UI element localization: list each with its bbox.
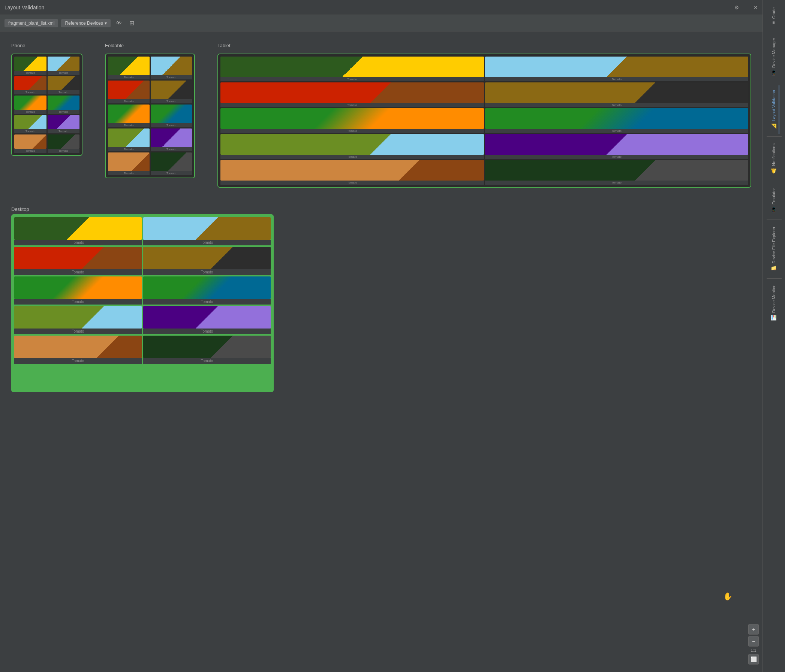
item-label: Tomato	[151, 75, 192, 80]
table-row: Tomato Tomato	[14, 134, 80, 153]
list-item: Tomato	[14, 336, 142, 364]
table-row: Tomato Tomato	[14, 217, 271, 245]
tablet-section: Tablet Tomato Tomato	[217, 43, 751, 188]
device-manager-icon: 📱	[771, 70, 776, 76]
tablet-label: Tablet	[217, 43, 751, 48]
table-row: Tomato Tomato	[108, 153, 192, 175]
list-item: Tomato	[14, 276, 142, 304]
list-item: Tomato	[220, 83, 484, 107]
list-item: Tomato	[485, 134, 749, 159]
list-item: Tomato	[143, 217, 271, 245]
sidebar-item-emulator[interactable]: 📱 Emulator	[768, 184, 779, 217]
plant-image	[108, 153, 150, 171]
plant-image	[220, 108, 484, 129]
list-item: Tomato	[220, 56, 484, 81]
plant-image	[108, 104, 150, 123]
list-item: Tomato	[14, 76, 47, 94]
item-label: Tomato	[485, 77, 749, 81]
close-icon[interactable]: ✕	[754, 5, 758, 11]
plant-image	[220, 83, 484, 103]
file-label[interactable]: fragment_plant_list.xml	[5, 19, 58, 27]
item-label: Tomato	[108, 75, 150, 80]
item-label: Tomato	[14, 110, 47, 114]
desktop-section: Desktop Tomato Tomato	[11, 206, 751, 392]
split-icon[interactable]: ⊞	[127, 18, 136, 28]
sidebar-divider	[767, 31, 782, 31]
list-item: Tomato	[48, 134, 80, 153]
plant-image	[220, 160, 484, 181]
list-item: Tomato	[14, 95, 47, 114]
sidebar-item-layout-validation[interactable]: 📐 Layout Validation	[768, 86, 779, 134]
list-item: Tomato	[14, 115, 47, 133]
zoom-controls: ✋ + − 1:1 ⬜	[748, 624, 759, 664]
sidebar-item-device-manager-label: Device Manager	[771, 38, 776, 68]
sidebar-item-device-file-explorer[interactable]: 📁 Device File Explorer	[768, 222, 779, 276]
screenshot-button[interactable]: ⬜	[748, 654, 759, 664]
eye-icon[interactable]: 👁	[114, 18, 124, 28]
foldable-section: Foldable Tomato Tomato	[105, 43, 202, 188]
item-label: Tomato	[151, 99, 192, 103]
top-device-row: Phone Tomato Tomato	[11, 43, 751, 188]
sidebar-item-device-monitor[interactable]: 📊 Device Monitor	[768, 281, 779, 326]
zoom-out-button[interactable]: −	[748, 636, 759, 647]
plant-image	[14, 134, 47, 149]
sidebar-item-layout-validation-label: Layout Validation	[771, 90, 776, 122]
item-label: Tomato	[485, 181, 749, 185]
item-label: Tomato	[48, 110, 80, 114]
sidebar-divider	[767, 181, 782, 181]
table-row: Tomato Tomato	[220, 108, 748, 133]
plant-image	[151, 56, 192, 75]
table-row: Tomato Tomato	[220, 56, 748, 81]
list-item: Tomato	[151, 153, 192, 175]
plant-image	[485, 83, 749, 103]
item-label: Tomato	[151, 123, 192, 127]
desktop-list: Tomato Tomato Tomato Tomato	[14, 217, 271, 389]
list-item: Tomato	[151, 128, 192, 151]
layout-validation-icon: 📐	[771, 124, 776, 129]
item-label: Tomato	[14, 149, 47, 153]
sidebar-item-device-file-explorer-label: Device File Explorer	[771, 227, 776, 263]
table-row: Tomato Tomato	[108, 104, 192, 127]
sidebar-item-notifications-label: Notifications	[771, 143, 776, 166]
item-label: Tomato	[48, 71, 80, 75]
item-label: Tomato	[143, 269, 271, 275]
plant-image	[151, 81, 192, 99]
item-label: Tomato	[14, 358, 142, 364]
list-item: Tomato	[14, 134, 47, 153]
sidebar-item-device-manager[interactable]: 📱 Device Manager	[768, 33, 779, 81]
list-item: Tomato	[108, 104, 150, 127]
plant-image	[14, 306, 142, 329]
item-label: Tomato	[48, 129, 80, 133]
list-item: Tomato	[48, 76, 80, 94]
sidebar-item-notifications[interactable]: 🔔 Notifications	[768, 139, 779, 179]
plant-image	[14, 247, 142, 269]
sidebar-divider	[767, 220, 782, 220]
hand-tool-icon[interactable]: ✋	[723, 592, 732, 601]
table-row: Tomato Tomato	[14, 115, 80, 133]
title-bar: Layout Validation ⚙ — ✕	[0, 0, 763, 15]
item-label: Tomato	[48, 149, 80, 153]
plant-image	[485, 160, 749, 181]
settings-icon[interactable]: ⚙	[734, 5, 739, 11]
plant-image	[14, 95, 47, 110]
list-item: Tomato	[220, 160, 484, 185]
plant-image	[143, 247, 271, 269]
device-file-explorer-icon: 📁	[771, 265, 776, 271]
minimize-icon[interactable]: —	[744, 5, 749, 11]
table-row: Tomato Tomato	[220, 83, 748, 107]
table-row: Tomato Tomato	[108, 56, 192, 80]
plant-image	[14, 217, 142, 240]
sidebar-divider	[767, 83, 782, 83]
plant-image	[14, 115, 47, 129]
list-item: Tomato	[143, 306, 271, 334]
sidebar-divider	[767, 278, 782, 279]
reference-devices-dropdown[interactable]: Reference Devices ▾	[61, 19, 110, 27]
plant-image	[108, 56, 150, 75]
item-label: Tomato	[220, 181, 484, 185]
list-item: Tomato	[143, 336, 271, 364]
table-row: Tomato Tomato	[220, 160, 748, 185]
zoom-in-button[interactable]: +	[748, 624, 759, 635]
sidebar-item-grade[interactable]: ≡ Grade	[768, 3, 779, 28]
list-item: Tomato	[151, 81, 192, 103]
list-item: Tomato	[143, 276, 271, 304]
